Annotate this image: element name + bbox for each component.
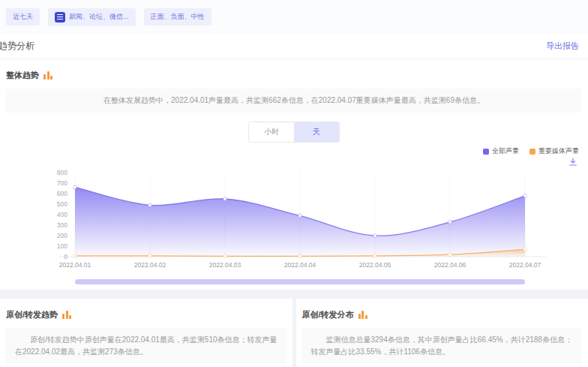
overall-trend-title: 整体趋势 [6,70,39,81]
legend-item-media-volume[interactable]: 重要媒体声量 [530,146,579,156]
x-axis-label: 2022.04.06 [418,261,482,269]
x-axis-label: 2022.04.07 [494,261,556,269]
overall-trend-section-header: 整体趋势 [0,59,588,81]
export-report-link[interactable]: 导出报告 [546,41,579,52]
bar-chart-icon [44,71,52,80]
original-repost-trend-card: 原创/转发趋势 原创/转发趋势中原创声量在2022.04.01最高，共监测510… [0,299,292,367]
y-axis-tick: 600 [36,190,68,197]
trend-analysis-card: 趋势分析 导出报告 整体趋势 在整体发展趋势中，2022.04.01声量最高，共… [0,34,588,290]
card-header: 趋势分析 导出报告 [0,34,588,59]
bottom-cards-row: 原创/转发趋势 原创/转发趋势中原创声量在2022.04.01最高，共监测510… [0,299,588,367]
x-axis-label: 2022.04.03 [194,261,256,269]
trend-chart: 01002003004005006007008002022.04.012022.… [0,165,588,290]
original-repost-trend-summary: 原创/转发趋势中原创声量在2022.04.01最高，共监测510条信息；转发声量… [6,328,286,364]
granularity-day-button[interactable]: 天 [294,122,339,142]
original-repost-trend-title: 原创/转发趋势 [6,309,58,320]
legend-item-all-volume[interactable]: 全部声量 [483,146,519,156]
datazoom-slider[interactable] [75,279,525,284]
x-axis-label: 2022.04.05 [344,261,406,269]
y-axis-tick: 500 [36,200,68,208]
y-axis-tick: 400 [36,211,68,218]
filter-chip-sources-label: 新闻、论坛、微信... [69,12,129,22]
trend-chart-canvas [60,168,546,261]
page-title: 趋势分析 [0,40,34,53]
filter-chip-date-range[interactable]: 近七天 [6,8,40,26]
y-axis-tick: 100 [36,242,68,250]
y-axis-tick: 0 [36,253,68,260]
x-axis-label: 2022.04.01 [44,261,106,269]
filter-bar: 近七天 新闻、论坛、微信... 正面、负面、中性 [0,0,588,34]
y-axis-tick: 300 [36,221,68,229]
granularity-toggle: 小时 天 [248,122,340,143]
source-list-icon [55,12,65,23]
y-axis-tick: 800 [36,169,68,176]
original-repost-distribution-card: 原创/转发分布 监测信息总量3294条信息，其中原创声量占比66.45%，共计2… [296,299,588,367]
filter-chip-date-range-label: 近七天 [13,12,33,22]
granularity-hour-button[interactable]: 小时 [249,122,294,142]
x-axis-label: 2022.04.02 [118,261,182,269]
y-axis-tick: 200 [36,232,68,239]
original-repost-distribution-title: 原创/转发分布 [302,309,354,320]
filter-chip-sentiments-label: 正面、负面、中性 [151,12,205,22]
original-repost-distribution-summary: 监测信息总量3294条信息，其中原创声量占比66.45%，共计2188条信息；转… [302,328,583,364]
overall-trend-summary: 在整体发展趋势中，2022.04.01声量最高，共监测662条信息，在2022.… [6,89,582,113]
bar-chart-icon [358,311,368,319]
filter-chip-sentiments[interactable]: 正面、负面、中性 [144,8,212,26]
chart-legend: 全部声量重要媒体声量 [0,146,588,156]
filter-chip-sources[interactable]: 新闻、论坛、微信... [48,8,136,26]
legend-swatch [483,149,489,155]
y-axis-tick: 700 [36,179,68,187]
legend-swatch [530,149,536,155]
granularity-toggle-row: 小时 天 [0,122,588,143]
legend-label: 全部声量 [492,146,519,156]
bar-chart-icon [62,311,71,319]
legend-label: 重要媒体声量 [538,146,579,156]
original-repost-trend-header: 原创/转发趋势 [0,299,292,320]
original-repost-distribution-header: 原创/转发分布 [296,299,588,320]
x-axis-label: 2022.04.04 [268,261,332,269]
